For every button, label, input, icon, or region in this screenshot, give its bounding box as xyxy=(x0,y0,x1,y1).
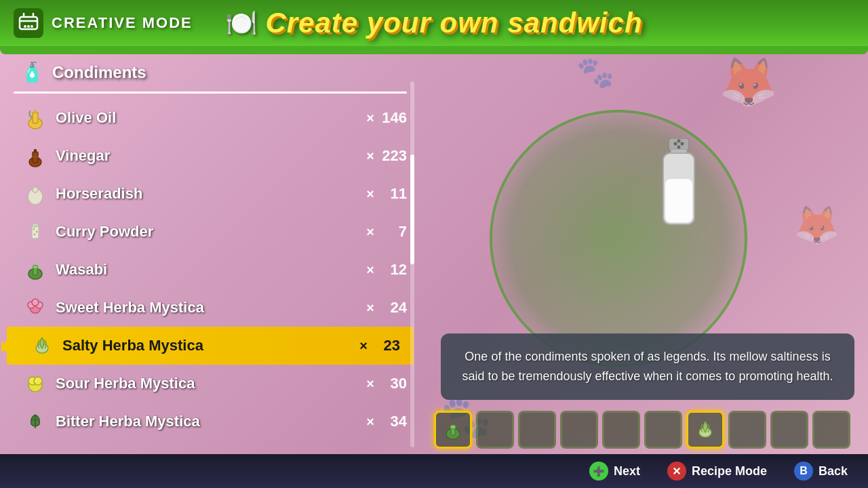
svg-rect-9 xyxy=(34,110,37,114)
olive-oil-multiply: × xyxy=(366,110,374,126)
description-text: One of the condiments spoken of as legen… xyxy=(462,350,833,383)
section-title: Condiments xyxy=(52,63,146,82)
sweet-herba-icon xyxy=(20,293,50,323)
salty-herba-icon xyxy=(27,331,57,361)
condiments-list: Olive Oil×146Vinegar×223Horseradish×11Cu… xyxy=(0,99,420,447)
list-item-olive-oil[interactable]: Olive Oil×146 xyxy=(0,99,420,137)
list-item-sweet-herba[interactable]: Sweet Herba Mystica×24 xyxy=(0,289,420,327)
horseradish-name: Horseradish xyxy=(56,185,366,203)
list-item-bitter-herba[interactable]: Bitter Herba Mystica×34 xyxy=(0,403,420,441)
svg-point-27 xyxy=(32,299,39,306)
right-panel: One of the condiments spoken of as legen… xyxy=(420,49,868,454)
svg-point-40 xyxy=(677,145,681,148)
svg-point-19 xyxy=(36,231,38,233)
svg-point-37 xyxy=(674,142,677,145)
horseradish-multiply: × xyxy=(366,186,374,202)
back-icon: B xyxy=(794,462,813,481)
bitter-herba-multiply: × xyxy=(366,414,374,430)
salty-herba-multiply: × xyxy=(359,338,368,354)
list-item-wasabi[interactable]: Wasabi×12 xyxy=(0,251,420,289)
vinegar-icon xyxy=(20,141,50,171)
scrollbar-thumb[interactable] xyxy=(410,155,414,264)
svg-rect-12 xyxy=(34,149,37,152)
svg-point-23 xyxy=(33,265,38,269)
sour-herba-count: 30 xyxy=(380,375,407,392)
wasabi-count: 12 xyxy=(380,261,407,279)
back-label: Back xyxy=(818,464,848,479)
bitter-herba-count: 34 xyxy=(380,413,407,430)
wasabi-name: Wasabi xyxy=(56,261,366,279)
slot-2[interactable] xyxy=(476,411,514,449)
section-divider xyxy=(14,92,407,94)
svg-point-38 xyxy=(681,142,684,145)
main-content: 🧴 Condiments Olive Oil×146Vinegar×223Hor… xyxy=(0,49,868,454)
title-icon: 🍽️ xyxy=(225,8,257,38)
olive-oil-count: 146 xyxy=(380,109,407,127)
slot-10[interactable] xyxy=(812,411,850,449)
scrollbar-track[interactable] xyxy=(410,81,414,447)
wasabi-multiply: × xyxy=(366,262,374,278)
slot-6[interactable] xyxy=(644,411,682,449)
curry-powder-icon xyxy=(20,217,50,247)
slot-4[interactable] xyxy=(560,411,598,449)
title-center: 🍽️ Create your own sandwich xyxy=(225,7,642,39)
sweet-herba-count: 24 xyxy=(380,299,407,317)
salty-herba-name: Salty Herba Mystica xyxy=(62,337,359,354)
next-icon: ➕ xyxy=(589,462,608,481)
svg-point-43 xyxy=(450,425,456,429)
creative-mode-icon xyxy=(14,8,43,38)
sour-herba-icon xyxy=(20,369,50,399)
list-item-horseradish[interactable]: Horseradish×11 xyxy=(0,175,420,213)
svg-rect-36 xyxy=(665,179,692,222)
slot-5[interactable] xyxy=(602,411,640,449)
spicy-herba-icon xyxy=(20,445,50,447)
vinegar-count: 223 xyxy=(380,147,407,165)
horseradish-icon xyxy=(20,179,50,209)
recipe-mode-button[interactable]: ✕ Recipe Mode xyxy=(667,462,767,481)
top-bar: CREATIVE MODE 🍽️ Create your own sandwic… xyxy=(0,0,868,49)
bitter-herba-icon xyxy=(20,407,50,436)
selected-item-image xyxy=(648,138,709,236)
olive-oil-name: Olive Oil xyxy=(56,109,366,127)
left-panel: 🧴 Condiments Olive Oil×146Vinegar×223Hor… xyxy=(0,49,420,454)
list-item-sour-herba[interactable]: Sour Herba Mystica×30 xyxy=(0,365,420,403)
vinegar-multiply: × xyxy=(366,148,374,164)
olive-oil-icon xyxy=(20,103,50,133)
list-item-salty-herba[interactable]: ▶Salty Herba Mystica×23 xyxy=(7,327,414,365)
next-label: Next xyxy=(614,464,640,479)
slot-9[interactable] xyxy=(770,411,808,449)
page-title: Create your own sandwich xyxy=(265,7,642,39)
slot-1[interactable] xyxy=(434,411,472,449)
list-item-vinegar[interactable]: Vinegar×223 xyxy=(0,137,420,175)
recipe-icon: ✕ xyxy=(667,462,686,481)
salty-herba-count: 23 xyxy=(373,337,400,354)
slot-8[interactable] xyxy=(728,411,766,449)
svg-point-5 xyxy=(27,25,30,28)
svg-point-4 xyxy=(24,25,26,28)
svg-point-39 xyxy=(677,139,681,142)
next-button[interactable]: ➕ Next xyxy=(589,462,640,481)
recipe-label: Recipe Mode xyxy=(692,464,767,479)
bitter-herba-name: Bitter Herba Mystica xyxy=(56,413,366,430)
wasabi-icon xyxy=(20,255,50,285)
top-bar-left: CREATIVE MODE xyxy=(14,8,193,38)
item-slots xyxy=(434,411,861,449)
sweet-herba-name: Sweet Herba Mystica xyxy=(56,299,366,317)
curry-powder-multiply: × xyxy=(366,224,374,240)
condiments-icon: 🧴 xyxy=(20,61,44,83)
bottom-bar: ➕ Next ✕ Recipe Mode B Back xyxy=(0,454,868,488)
description-box: One of the condiments spoken of as legen… xyxy=(441,333,854,400)
curry-powder-name: Curry Powder xyxy=(56,223,366,241)
slot-3[interactable] xyxy=(518,411,556,449)
svg-point-31 xyxy=(34,377,42,385)
creative-mode-label: CREATIVE MODE xyxy=(52,14,193,32)
list-item-curry-powder[interactable]: Curry Powder×7 xyxy=(0,213,420,251)
selected-arrow: ▶ xyxy=(5,337,17,354)
svg-point-6 xyxy=(31,25,33,28)
slot-7[interactable] xyxy=(686,411,724,449)
list-item-spicy-herba[interactable]: Spicy Herba Mystica×32 xyxy=(0,441,420,447)
horseradish-count: 11 xyxy=(380,185,407,203)
svg-point-17 xyxy=(32,223,39,227)
back-button[interactable]: B Back xyxy=(794,462,848,481)
curry-powder-count: 7 xyxy=(380,223,407,241)
